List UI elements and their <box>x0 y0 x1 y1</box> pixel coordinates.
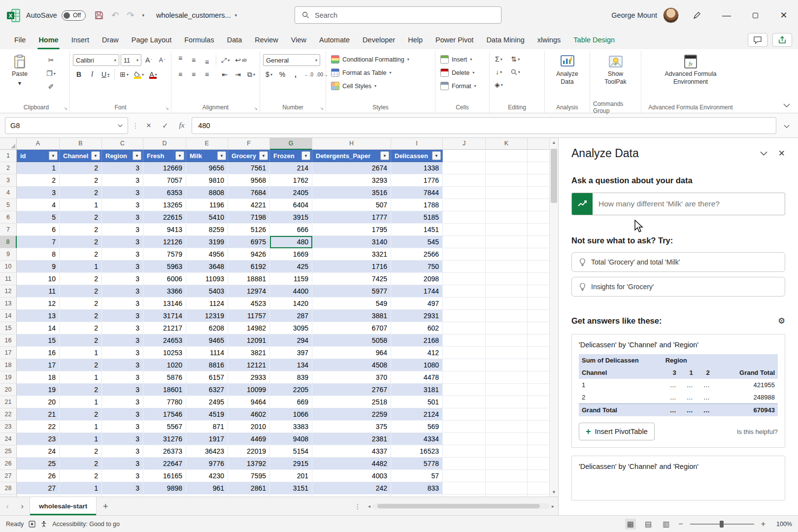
cell-G14[interactable]: 287 <box>270 310 312 322</box>
cell-D4[interactable]: 6353 <box>143 187 186 199</box>
show-toolpak-button[interactable]: Show ToolPak <box>599 52 632 86</box>
row-header-2[interactable]: 2 <box>0 162 17 174</box>
inking-button[interactable] <box>686 11 708 20</box>
cell-F25[interactable]: 22019 <box>228 445 270 458</box>
cell-styles-button[interactable]: Cell Styles▾ <box>329 80 432 92</box>
row-header-16[interactable]: 16 <box>0 334 17 347</box>
cell-E12[interactable]: 5403 <box>186 285 228 298</box>
row-header-14[interactable]: 14 <box>0 310 17 322</box>
filter-button-Milk[interactable]: ▼ <box>217 151 226 160</box>
pane-settings-button[interactable]: ⚙ <box>778 315 785 326</box>
cell-G18[interactable]: 134 <box>270 359 312 371</box>
page-break-view-button[interactable]: ▥ <box>661 519 671 530</box>
cell-F12[interactable]: 12974 <box>228 285 270 298</box>
cell-K4[interactable] <box>486 187 528 199</box>
question-input[interactable]: How many different 'Milk' are there? <box>571 193 785 215</box>
decrease-indent-button[interactable]: ⇤ <box>219 68 231 80</box>
horizontal-scrollbar[interactable] <box>372 503 550 509</box>
cell-B13[interactable]: 2 <box>60 298 102 310</box>
ribbon-tab-automate[interactable]: Automate <box>313 31 356 49</box>
table-header-Delicassen[interactable]: Delicassen▼ <box>391 150 443 162</box>
cell-J11[interactable] <box>443 273 486 285</box>
align-center-button[interactable]: ≡ <box>188 68 200 80</box>
cell-D10[interactable]: 5963 <box>143 261 186 273</box>
cell-A17[interactable]: 16 <box>17 347 60 359</box>
row-header-11[interactable]: 11 <box>0 273 17 285</box>
cell-D25[interactable]: 26373 <box>143 445 186 458</box>
accessibility-icon[interactable] <box>40 521 47 528</box>
scroll-left-icon[interactable]: ◂ <box>368 503 370 509</box>
suggestion-total-grocery-milk[interactable]: Total 'Grocery' and total 'Milk' <box>571 252 785 272</box>
ribbon-tab-home[interactable]: Home <box>32 31 65 49</box>
cell-C10[interactable]: 3 <box>102 261 143 273</box>
cell-C15[interactable]: 3 <box>102 322 143 334</box>
cell-I10[interactable]: 750 <box>391 261 443 273</box>
cell-A12[interactable]: 11 <box>17 285 60 298</box>
cell-F13[interactable]: 4523 <box>228 298 270 310</box>
cell-H24[interactable]: 2381 <box>312 433 391 445</box>
cell-B7[interactable]: 2 <box>60 224 102 236</box>
cell-B24[interactable]: 1 <box>60 433 102 445</box>
cell-A2[interactable]: 1 <box>17 162 60 174</box>
cell-K14[interactable] <box>486 310 528 322</box>
cell-I16[interactable]: 2168 <box>391 334 443 347</box>
cell-A18[interactable]: 17 <box>17 359 60 371</box>
insert-function-button[interactable]: fx <box>176 121 188 130</box>
increase-decimal-button[interactable]: ←.0 <box>303 68 315 80</box>
cell-H25[interactable]: 4337 <box>312 445 391 458</box>
excel-logo-icon[interactable]: X <box>7 9 20 22</box>
cell-A4[interactable]: 3 <box>17 187 60 199</box>
cell-K28[interactable] <box>486 482 528 495</box>
cell-K2[interactable] <box>486 162 528 174</box>
cell-J5[interactable] <box>443 199 486 211</box>
cell-D21[interactable]: 7780 <box>143 396 186 408</box>
font-family-select[interactable]: Calibri▾ <box>73 54 119 66</box>
cell-H26[interactable]: 4482 <box>312 458 391 470</box>
cell-K25[interactable] <box>486 445 528 458</box>
cell-J1[interactable] <box>443 150 486 162</box>
cell-J23[interactable] <box>443 421 486 433</box>
column-header-F[interactable]: F <box>228 138 270 150</box>
cell-I24[interactable]: 4334 <box>391 433 443 445</box>
cell-I19[interactable]: 4478 <box>391 371 443 384</box>
column-header-G[interactable]: G <box>270 138 312 150</box>
cell-K12[interactable] <box>486 285 528 298</box>
cell-H7[interactable]: 1795 <box>312 224 391 236</box>
autosave-toggle[interactable]: Off <box>62 10 86 21</box>
cell-A11[interactable]: 10 <box>17 273 60 285</box>
cell-A20[interactable]: 19 <box>17 384 60 396</box>
cell-B19[interactable]: 1 <box>60 371 102 384</box>
table-header-Fresh[interactable]: Fresh▼ <box>143 150 186 162</box>
cell-J12[interactable] <box>443 285 486 298</box>
cell-A7[interactable]: 6 <box>17 224 60 236</box>
column-header-K[interactable]: K <box>486 138 528 150</box>
align-bottom-button[interactable]: ≡ <box>201 54 213 66</box>
cell-I26[interactable]: 5778 <box>391 458 443 470</box>
filter-button-Frozen[interactable]: ▼ <box>301 151 310 160</box>
decrease-font-button[interactable]: Aˇ <box>156 54 168 66</box>
cell-B22[interactable]: 2 <box>60 408 102 421</box>
ribbon-tab-insert[interactable]: Insert <box>65 31 96 49</box>
cell-H2[interactable]: 2674 <box>312 162 391 174</box>
cell-F27[interactable]: 7595 <box>228 470 270 482</box>
cell-E23[interactable]: 871 <box>186 421 228 433</box>
font-dialog-launcher[interactable]: ↘ <box>165 106 169 111</box>
helpful-link[interactable]: Is this helpful? <box>737 428 778 435</box>
cell-J24[interactable] <box>443 433 486 445</box>
cell-E17[interactable]: 1114 <box>186 347 228 359</box>
maximize-button[interactable] <box>741 0 769 31</box>
align-right-button[interactable]: ≡ <box>201 68 213 80</box>
cell-C22[interactable]: 3 <box>102 408 143 421</box>
cell-G15[interactable]: 3095 <box>270 322 312 334</box>
cell-F11[interactable]: 18881 <box>228 273 270 285</box>
row-header-19[interactable]: 19 <box>0 371 17 384</box>
cell-G17[interactable]: 397 <box>270 347 312 359</box>
cell-I4[interactable]: 7844 <box>391 187 443 199</box>
vertical-scroll-thumb[interactable] <box>551 149 557 203</box>
cell-A19[interactable]: 18 <box>17 371 60 384</box>
filter-button-Channel[interactable]: ▼ <box>91 151 100 160</box>
percent-format-button[interactable]: % <box>276 68 288 80</box>
cell-C20[interactable]: 3 <box>102 384 143 396</box>
increase-indent-button[interactable]: ⇥ <box>232 68 244 80</box>
minimize-button[interactable]: — <box>712 0 741 31</box>
